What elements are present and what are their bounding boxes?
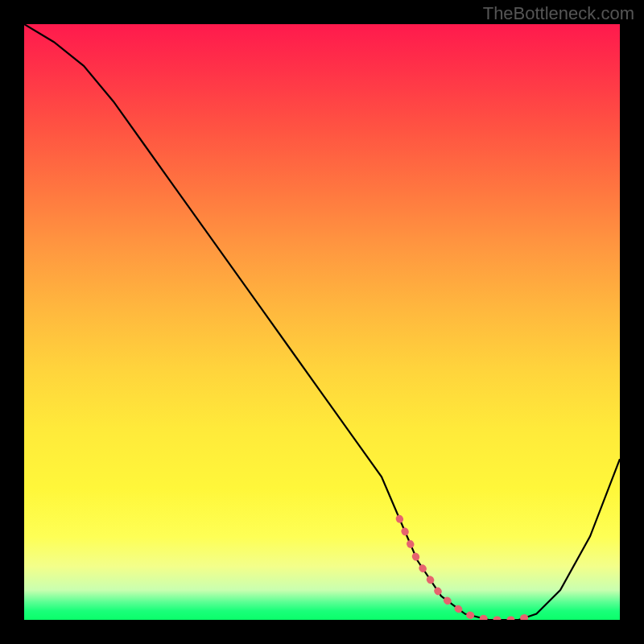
chart-svg	[24, 24, 620, 620]
plot-area	[24, 24, 620, 620]
watermark-text: TheBottleneck.com	[483, 3, 634, 24]
main-curve	[24, 24, 620, 620]
highlight-curve	[399, 518, 536, 620]
